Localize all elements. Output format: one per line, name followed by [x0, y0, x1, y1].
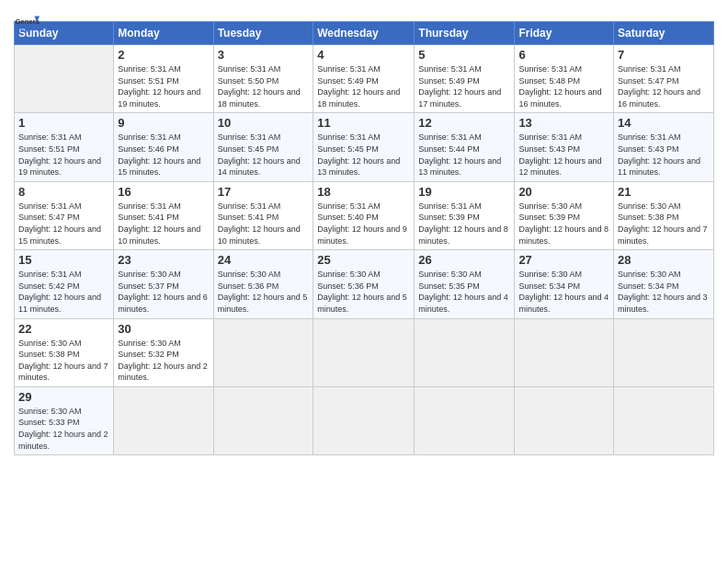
calendar-week: 22 Sunrise: 5:30 AM Sunset: 5:38 PM Dayl…	[15, 318, 714, 386]
day-info: Sunrise: 5:30 AM Sunset: 5:38 PM Dayligh…	[18, 338, 109, 384]
calendar-table: SundayMondayTuesdayWednesdayThursdayFrid…	[14, 21, 714, 455]
calendar-cell: 19 Sunrise: 5:31 AM Sunset: 5:39 PM Dayl…	[415, 181, 515, 249]
day-number: 23	[118, 253, 209, 267]
weekday-header: Thursday	[415, 22, 515, 45]
calendar-cell	[515, 318, 614, 386]
weekday-header: Friday	[515, 22, 614, 45]
calendar-cell	[515, 386, 614, 454]
day-number: 9	[118, 116, 209, 130]
day-number: 1	[18, 116, 109, 130]
calendar-cell: 11 Sunrise: 5:31 AM Sunset: 5:45 PM Dayl…	[313, 113, 415, 181]
calendar-cell: 4 Sunrise: 5:31 AM Sunset: 5:49 PM Dayli…	[313, 45, 415, 113]
day-number: 10	[218, 116, 310, 130]
calendar-cell	[313, 386, 415, 454]
calendar-cell	[614, 386, 714, 454]
day-number: 12	[418, 116, 510, 130]
calendar-cell: 26 Sunrise: 5:30 AM Sunset: 5:35 PM Dayl…	[415, 250, 515, 318]
day-number: 16	[118, 185, 209, 199]
weekday-header: Tuesday	[213, 22, 313, 45]
calendar-cell	[15, 45, 114, 113]
calendar-cell: 13 Sunrise: 5:31 AM Sunset: 5:43 PM Dayl…	[515, 113, 614, 181]
day-number: 22	[18, 322, 109, 336]
day-info: Sunrise: 5:31 AM Sunset: 5:49 PM Dayligh…	[317, 63, 410, 109]
calendar-cell: 22 Sunrise: 5:30 AM Sunset: 5:38 PM Dayl…	[15, 318, 114, 386]
day-info: Sunrise: 5:31 AM Sunset: 5:39 PM Dayligh…	[418, 201, 510, 247]
calendar-cell	[313, 318, 415, 386]
day-info: Sunrise: 5:31 AM Sunset: 5:45 PM Dayligh…	[317, 132, 410, 178]
calendar-cell: 29 Sunrise: 5:30 AM Sunset: 5:33 PM Dayl…	[15, 386, 114, 454]
day-info: Sunrise: 5:31 AM Sunset: 5:50 PM Dayligh…	[218, 63, 310, 109]
day-info: Sunrise: 5:31 AM Sunset: 5:43 PM Dayligh…	[618, 132, 710, 178]
day-number: 5	[418, 48, 510, 62]
calendar-cell: 8 Sunrise: 5:31 AM Sunset: 5:47 PM Dayli…	[15, 181, 114, 249]
day-info: Sunrise: 5:30 AM Sunset: 5:35 PM Dayligh…	[418, 269, 510, 315]
day-info: Sunrise: 5:31 AM Sunset: 5:42 PM Dayligh…	[18, 269, 109, 315]
weekday-header: Monday	[114, 22, 213, 45]
calendar-cell: 9 Sunrise: 5:31 AM Sunset: 5:46 PM Dayli…	[114, 113, 213, 181]
calendar-cell	[415, 318, 515, 386]
logo-icon: General Blue	[14, 11, 40, 37]
day-info: Sunrise: 5:31 AM Sunset: 5:46 PM Dayligh…	[118, 132, 209, 178]
day-info: Sunrise: 5:31 AM Sunset: 5:43 PM Dayligh…	[518, 132, 609, 178]
calendar-week: 29 Sunrise: 5:30 AM Sunset: 5:33 PM Dayl…	[15, 386, 714, 454]
day-number: 17	[218, 185, 310, 199]
day-number: 25	[317, 253, 410, 267]
day-info: Sunrise: 5:30 AM Sunset: 5:34 PM Dayligh…	[518, 269, 609, 315]
day-info: Sunrise: 5:31 AM Sunset: 5:41 PM Dayligh…	[218, 201, 310, 247]
calendar-cell: 23 Sunrise: 5:30 AM Sunset: 5:37 PM Dayl…	[114, 250, 213, 318]
day-info: Sunrise: 5:31 AM Sunset: 5:48 PM Dayligh…	[518, 63, 609, 109]
day-number: 3	[218, 48, 310, 62]
day-info: Sunrise: 5:31 AM Sunset: 5:41 PM Dayligh…	[118, 201, 209, 247]
calendar-cell: 27 Sunrise: 5:30 AM Sunset: 5:34 PM Dayl…	[515, 250, 614, 318]
day-info: Sunrise: 5:30 AM Sunset: 5:39 PM Dayligh…	[518, 201, 609, 247]
day-info: Sunrise: 5:30 AM Sunset: 5:37 PM Dayligh…	[118, 269, 209, 315]
day-info: Sunrise: 5:30 AM Sunset: 5:32 PM Dayligh…	[118, 338, 209, 384]
day-info: Sunrise: 5:30 AM Sunset: 5:33 PM Dayligh…	[18, 406, 109, 452]
day-number: 29	[18, 390, 109, 404]
day-number: 13	[518, 116, 609, 130]
day-number: 26	[418, 253, 510, 267]
weekday-header: Saturday	[614, 22, 714, 45]
calendar-cell: 28 Sunrise: 5:30 AM Sunset: 5:34 PM Dayl…	[614, 250, 714, 318]
day-info: Sunrise: 5:31 AM Sunset: 5:47 PM Dayligh…	[18, 201, 109, 247]
day-number: 30	[118, 322, 209, 336]
day-number: 14	[618, 116, 710, 130]
calendar-week: 15 Sunrise: 5:31 AM Sunset: 5:42 PM Dayl…	[15, 250, 714, 318]
day-info: Sunrise: 5:31 AM Sunset: 5:44 PM Dayligh…	[418, 132, 510, 178]
day-info: Sunrise: 5:31 AM Sunset: 5:45 PM Dayligh…	[218, 132, 310, 178]
day-number: 8	[18, 185, 109, 199]
calendar-cell: 14 Sunrise: 5:31 AM Sunset: 5:43 PM Dayl…	[614, 113, 714, 181]
day-number: 2	[118, 48, 209, 62]
day-number: 15	[18, 253, 109, 267]
day-number: 18	[317, 185, 410, 199]
day-number: 4	[317, 48, 410, 62]
calendar-week: 1 Sunrise: 5:31 AM Sunset: 5:51 PM Dayli…	[15, 113, 714, 181]
calendar-cell: 2 Sunrise: 5:31 AM Sunset: 5:51 PM Dayli…	[114, 45, 213, 113]
calendar-cell: 1 Sunrise: 5:31 AM Sunset: 5:51 PM Dayli…	[15, 113, 114, 181]
calendar-week: 2 Sunrise: 5:31 AM Sunset: 5:51 PM Dayli…	[15, 45, 714, 113]
day-number: 19	[418, 185, 510, 199]
calendar-cell: 24 Sunrise: 5:30 AM Sunset: 5:36 PM Dayl…	[213, 250, 313, 318]
calendar-cell	[213, 386, 313, 454]
day-number: 24	[218, 253, 310, 267]
calendar-cell	[114, 386, 213, 454]
calendar-cell	[415, 386, 515, 454]
day-number: 7	[618, 48, 710, 62]
day-info: Sunrise: 5:30 AM Sunset: 5:36 PM Dayligh…	[317, 269, 410, 315]
day-number: 28	[618, 253, 710, 267]
calendar-cell	[213, 318, 313, 386]
day-info: Sunrise: 5:31 AM Sunset: 5:51 PM Dayligh…	[118, 63, 209, 109]
day-info: Sunrise: 5:31 AM Sunset: 5:49 PM Dayligh…	[418, 63, 510, 109]
header	[14, 9, 714, 14]
calendar-week: 8 Sunrise: 5:31 AM Sunset: 5:47 PM Dayli…	[15, 181, 714, 249]
day-info: Sunrise: 5:31 AM Sunset: 5:40 PM Dayligh…	[317, 201, 410, 247]
calendar-cell: 12 Sunrise: 5:31 AM Sunset: 5:44 PM Dayl…	[415, 113, 515, 181]
logo: General Blue	[14, 11, 43, 37]
calendar-cell: 20 Sunrise: 5:30 AM Sunset: 5:39 PM Dayl…	[515, 181, 614, 249]
calendar-cell: 7 Sunrise: 5:31 AM Sunset: 5:47 PM Dayli…	[614, 45, 714, 113]
calendar-cell: 30 Sunrise: 5:30 AM Sunset: 5:32 PM Dayl…	[114, 318, 213, 386]
calendar-cell	[614, 318, 714, 386]
calendar-cell: 18 Sunrise: 5:31 AM Sunset: 5:40 PM Dayl…	[313, 181, 415, 249]
calendar-cell: 16 Sunrise: 5:31 AM Sunset: 5:41 PM Dayl…	[114, 181, 213, 249]
day-number: 6	[518, 48, 609, 62]
